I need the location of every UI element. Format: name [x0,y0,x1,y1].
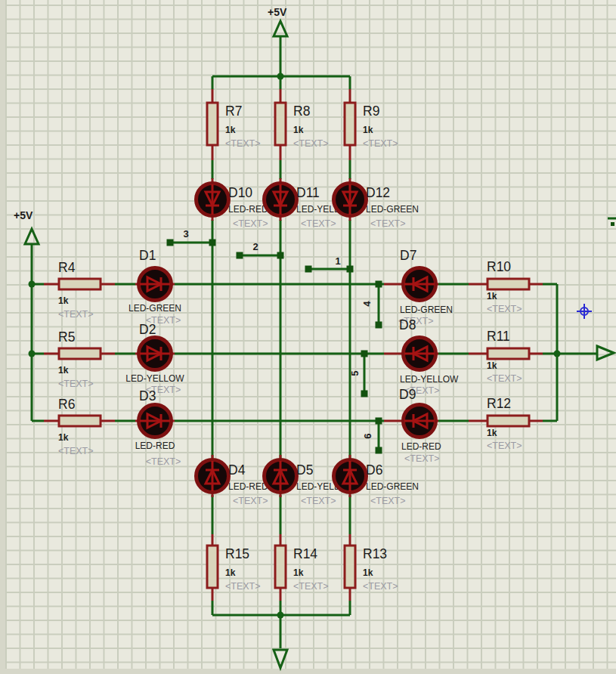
output-arrow-icon[interactable] [597,346,614,360]
resistor-placeholder: <TEXT> [58,446,94,456]
led-ref: D4 [228,462,246,478]
resistor-value: 1k [363,567,373,578]
resistor-ref: R7 [225,104,242,119]
led-ref: D7 [400,248,416,263]
resistor-ref: R15 [225,546,249,561]
led-d7[interactable]: D7 LED-GREEN <TEXT> [398,248,453,326]
resistor-ref: R10 [487,259,511,274]
resistor-placeholder: <TEXT> [293,581,329,592]
led-d4[interactable]: D4 LED-RED <TEXT> [197,460,269,507]
resistor-ref: R5 [58,329,75,345]
led-d2[interactable]: D2 LED-YELLOW <TEXT> [125,322,184,395]
resistor-ref: R13 [363,546,387,561]
resistor-r10[interactable]: R10 1k <TEXT> [487,259,529,314]
resistor-value: 1k [58,365,69,376]
led-ref: D10 [228,185,252,200]
resistor-placeholder: <TEXT> [487,441,522,451]
led-d6[interactable]: D6 LED-GREEN <TEXT> [334,460,419,507]
resistor-value: 1k [487,428,497,438]
led-ref: D6 [366,462,382,478]
led-ref: D5 [296,462,313,478]
net-label-2: 2 [252,241,258,252]
net-label-1: 1 [335,255,340,267]
vcc-left-arrow-icon[interactable] [25,229,39,244]
led-d3[interactable]: D3 LED-RED <TEXT> [135,388,181,467]
net-label-4: 4 [361,301,373,307]
resistor-placeholder: <TEXT> [225,138,261,149]
resistor-placeholder: <TEXT> [487,373,522,384]
resistor-r7[interactable]: R7 1k <TEXT> [207,103,261,149]
led-placeholder: <TEXT> [370,496,406,506]
led-placeholder: <TEXT> [233,496,268,506]
net-label-6: 6 [362,433,373,438]
resistor-ref: R9 [363,104,379,119]
net-terminal-squares [167,222,615,454]
vcc-top-label: +5V [268,6,287,18]
resistor-ref: R6 [58,397,75,412]
resistor-value: 1k [225,125,236,135]
led-d9[interactable]: D9 LED-RED <TEXT> [399,387,441,464]
resistor-placeholder: <TEXT> [58,309,94,320]
resistor-r4[interactable]: R4 1k <TEXT> [58,260,101,320]
net-label-5: 5 [349,370,361,376]
resistor-placeholder: <TEXT> [487,304,522,314]
resistor-r14[interactable]: R14 1k <TEXT> [275,546,329,592]
resistor-placeholder: <TEXT> [363,581,398,592]
led-d1[interactable]: D1 LED-GREEN <TEXT> [128,248,181,326]
led-ref: D2 [139,322,156,337]
resistor-r8[interactable]: R8 1k <TEXT> [275,103,329,149]
led-d12[interactable]: D12 LED-GREEN <TEXT> [334,184,419,230]
led-type: LED-GREEN [366,481,419,492]
led-ref: D1 [139,248,156,263]
resistor-r9[interactable]: R9 1k <TEXT> [345,103,398,149]
resistor-value: 1k [58,432,69,443]
resistor-value: 1k [363,125,373,135]
resistor-ref: R12 [487,396,511,411]
resistor-value: 1k [293,567,304,578]
schematic-drawing: +5V +5V 3 2 1 4 5 6 R7 1k <TEXT> R8 1k <… [0,0,616,674]
terminal-arrows[interactable] [25,21,614,668]
component-pins [44,89,543,601]
resistor-r11[interactable]: R11 1k <TEXT> [487,329,529,384]
ground-arrow-icon[interactable] [274,650,287,668]
led-placeholder: <TEXT> [404,453,440,464]
led-placeholder: <TEXT> [146,456,181,467]
led-type: LED-YELLOW [400,374,459,385]
led-type: LED-YELLOW [125,373,184,384]
resistor-value: 1k [487,291,497,301]
resistor-ref: R4 [58,260,76,275]
led-placeholder: <TEXT> [301,496,336,506]
resistor-placeholder: <TEXT> [363,138,398,149]
resistor-placeholder: <TEXT> [58,379,94,389]
resistor-value: 1k [225,567,236,578]
led-type: LED-RED [228,204,268,215]
led-type: LED-RED [135,441,175,451]
resistor-ref: R8 [293,104,310,119]
resistor-placeholder: <TEXT> [293,138,329,149]
led-ref: D9 [399,387,416,402]
resistor-ref: R11 [487,329,510,344]
schematic-canvas[interactable]: +5V +5V 3 2 1 4 5 6 R7 1k <TEXT> R8 1k <… [0,0,616,674]
resistor-r12[interactable]: R12 1k <TEXT> [487,396,529,451]
led-type: LED-GREEN [128,303,181,314]
vcc-top-arrow-icon[interactable] [274,21,287,36]
led-d10[interactable]: D10 LED-RED <TEXT> [197,184,269,230]
resistor-r15[interactable]: R15 1k <TEXT> [207,546,261,592]
led-type: LED-GREEN [400,305,453,315]
origin-crosshair-icon [577,304,592,319]
resistor-value: 1k [293,125,304,135]
led-ref: D8 [399,317,416,332]
resistor-r6[interactable]: R6 1k <TEXT> [58,397,101,456]
resistor-r13[interactable]: R13 1k <TEXT> [345,546,398,592]
led-placeholder: <TEXT> [370,218,406,229]
resistor-ref: R14 [293,546,317,561]
resistor-placeholder: <TEXT> [225,581,261,592]
resistor-r5[interactable]: R5 1k <TEXT> [58,329,101,389]
wires-green[interactable] [32,36,616,648]
resistor-value: 1k [487,360,497,371]
led-ref: D12 [366,185,390,200]
led-type: LED-GREEN [366,204,419,215]
vcc-left-label: +5V [14,209,33,221]
led-placeholder: <TEXT> [233,218,268,229]
led-d8[interactable]: D8 LED-YELLOW <TEXT> [399,317,459,396]
